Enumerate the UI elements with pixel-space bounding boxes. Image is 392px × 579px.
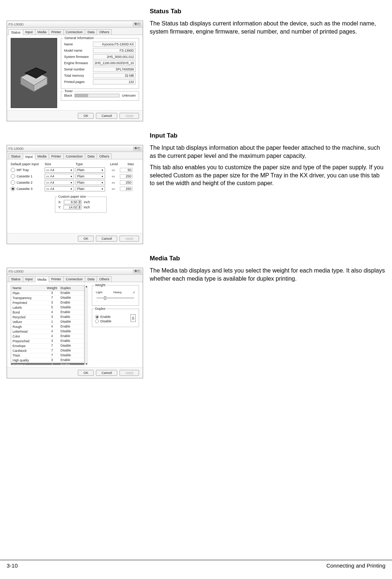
tab-connection[interactable]: Connection [63,276,86,282]
tab-data[interactable]: Data [85,276,97,282]
input-paragraph-1: The Input tab displays information about… [150,144,385,160]
media-heading: Media Tab [150,254,385,263]
chevron-down-icon: ▼ [70,188,73,190]
tab-media[interactable]: Media [35,277,49,282]
value-name: Kyocera FS-1300D KX [93,42,136,47]
custom-y-spinner[interactable]: 14.02▲▼ [63,205,81,209]
media-row[interactable]: Envelope7Disable [11,344,84,349]
weight-group: Weight Light Heavy ▱ ······· [92,285,139,306]
toner-black-label: Black [64,94,72,97]
media-row[interactable]: High quality3Enable [11,358,84,363]
close-icon[interactable]: �供 [133,270,141,273]
status-dialog: FS-1300D �供 Status Input Media Printer C… [7,21,143,121]
type-combo[interactable]: Plain▼ [76,180,105,185]
radio-icon[interactable] [11,168,15,172]
media-row[interactable]: Custom 13Enable [11,363,84,365]
window-title: FS-1300D [8,147,24,150]
duplex-icon: ⎙ [131,314,136,322]
unit: inch [84,200,90,204]
tab-status[interactable]: Status [8,153,23,159]
media-row[interactable]: Rough4Enable [11,325,84,329]
label-pages: Printed pages [64,80,93,84]
media-row[interactable]: Vellum1Disable [11,320,84,325]
tab-media[interactable]: Media [35,153,49,159]
media-row[interactable]: Plain3Enable [11,291,84,296]
input-tray-row[interactable]: MP Tray▭ A4▼Plain▼▭50 [11,167,139,173]
media-row[interactable]: Letterhead4Disable [11,329,84,334]
size-combo[interactable]: ▭ A4▼ [45,174,74,179]
tab-data[interactable]: Data [85,153,97,159]
size-combo[interactable]: ▭ A4▼ [45,180,74,185]
tab-input[interactable]: Input [23,154,35,159]
media-dialog: FS-1300D �供 Status Input Media Printer C… [7,268,143,378]
input-dialog: FS-1300D �供 Status Input Media Printer C… [7,145,143,244]
footer-chapter: Connecting and Printing [326,562,385,569]
media-row[interactable]: Transparency7Disable [11,296,84,301]
type-combo[interactable]: Plain▼ [76,167,105,173]
label-serial: Serial number [64,67,93,71]
weight-slider[interactable] [97,298,134,298]
tabstrip: Status Input Media Printer Connection Da… [7,275,143,282]
media-row[interactable]: Cardstock7Disable [11,349,84,353]
media-row[interactable]: Preprinted3Enable [11,301,84,305]
size-combo[interactable]: ▭ A4▼ [45,167,74,173]
media-row[interactable]: Color4Enable [11,334,84,339]
apply-button[interactable]: Apply [119,113,139,119]
tab-input[interactable]: Input [23,276,35,282]
ok-button[interactable]: OK [78,370,94,376]
type-combo[interactable]: Plain▼ [76,174,105,179]
tab-data[interactable]: Data [85,29,97,35]
input-tray-row[interactable]: Cassette 3▭ A4▼Plain▼▭250 [11,186,139,191]
cancel-button[interactable]: Cancel [96,113,117,119]
radio-icon[interactable] [11,174,15,178]
cancel-button[interactable]: Cancel [96,236,117,242]
tab-input[interactable]: Input [23,29,35,35]
custom-x-spinner[interactable]: 8.50▲▼ [64,200,82,204]
type-combo[interactable]: Plain▼ [76,186,105,191]
apply-button[interactable]: Apply [119,236,139,242]
duplex-enable-option[interactable]: Enable [95,315,111,319]
tabstrip: Status Input Media Printer Connection Da… [7,28,143,35]
media-row[interactable]: Thick7Disable [11,353,84,358]
tab-connection[interactable]: Connection [63,29,86,35]
size-combo[interactable]: ▭ A4▼ [45,186,74,191]
duplex-legend: Duplex [94,307,106,311]
chevron-down-icon: ▼ [70,181,73,184]
cancel-button[interactable]: Cancel [96,370,117,376]
value-sysfw: 2HS_3000.001.012 [93,54,136,59]
hdr-type: Type [76,162,107,166]
hdr-default: Default paper input [11,162,45,166]
media-table[interactable]: Name Weight Duplex Plain3EnableTranspare… [11,285,84,365]
tab-printer[interactable]: Printer [49,29,64,35]
tab-others[interactable]: Others [97,153,112,159]
apply-button[interactable]: Apply [119,370,139,376]
tab-others[interactable]: Others [97,29,112,35]
radio-icon[interactable] [11,180,15,185]
close-icon[interactable]: �供 [133,147,141,150]
tab-media[interactable]: Media [35,29,49,35]
ok-button[interactable]: OK [78,236,94,242]
weight-light: Light [96,291,102,294]
input-tray-row[interactable]: Cassette 2▭ A4▼Plain▼▭250 [11,180,139,185]
chevron-down-icon: ▼ [101,175,104,178]
media-row[interactable]: Recycled3Enable [11,315,84,320]
tab-status[interactable]: Status [8,30,23,35]
media-row[interactable]: Prepunched3Enable [11,339,84,344]
media-row[interactable]: Bond4Enable [11,310,84,315]
media-row[interactable]: Labels5Disable [11,305,84,310]
ok-button[interactable]: OK [78,113,94,119]
tab-others[interactable]: Others [97,276,112,282]
label-model: Model name [64,49,93,52]
radio-icon[interactable] [11,187,15,191]
close-icon[interactable]: �供 [133,22,141,26]
scrollbar[interactable]: ▲▼ [84,285,88,365]
tab-printer[interactable]: Printer [49,276,64,282]
titlebar: FS-1300D �供 [7,268,143,275]
tab-printer[interactable]: Printer [49,153,64,159]
input-tray-row[interactable]: Cassette 1▭ A4▼Plain▼▭250 [11,174,139,179]
duplex-disable-option[interactable]: Disable [95,319,111,323]
custom-paper-legend: Custom paper size [58,195,87,198]
tab-connection[interactable]: Connection [63,153,86,159]
custom-x-label: X: [58,200,62,204]
tab-status[interactable]: Status [8,276,23,282]
